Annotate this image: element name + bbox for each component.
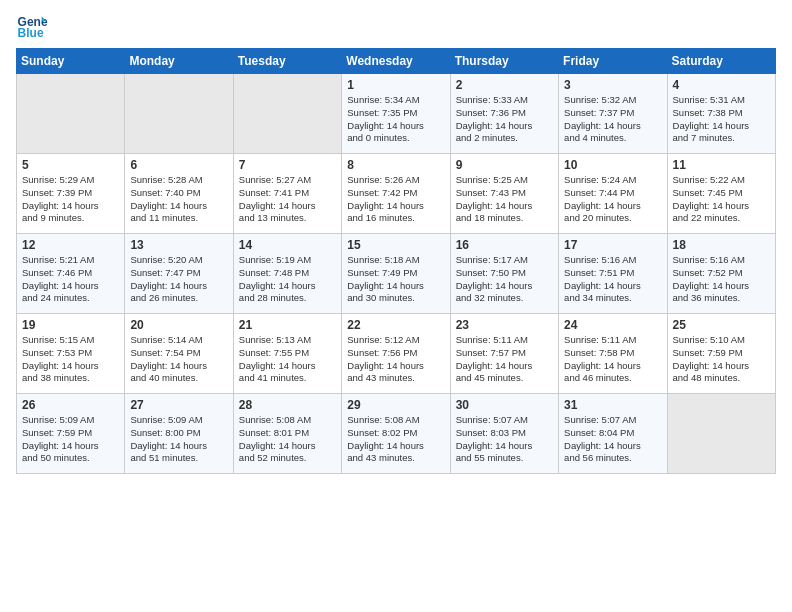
day-number: 28	[239, 398, 336, 412]
day-number: 20	[130, 318, 227, 332]
day-info: Sunrise: 5:13 AMSunset: 7:55 PMDaylight:…	[239, 334, 336, 385]
calendar-cell: 19Sunrise: 5:15 AMSunset: 7:53 PMDayligh…	[17, 314, 125, 394]
calendar-week-5: 26Sunrise: 5:09 AMSunset: 7:59 PMDayligh…	[17, 394, 776, 474]
day-number: 23	[456, 318, 553, 332]
day-info: Sunrise: 5:34 AMSunset: 7:35 PMDaylight:…	[347, 94, 444, 145]
day-number: 2	[456, 78, 553, 92]
day-number: 24	[564, 318, 661, 332]
calendar-cell: 10Sunrise: 5:24 AMSunset: 7:44 PMDayligh…	[559, 154, 667, 234]
day-info: Sunrise: 5:11 AMSunset: 7:57 PMDaylight:…	[456, 334, 553, 385]
day-number: 14	[239, 238, 336, 252]
calendar-cell: 31Sunrise: 5:07 AMSunset: 8:04 PMDayligh…	[559, 394, 667, 474]
weekday-header-wednesday: Wednesday	[342, 49, 450, 74]
day-number: 18	[673, 238, 770, 252]
day-number: 13	[130, 238, 227, 252]
day-number: 26	[22, 398, 119, 412]
calendar-cell: 16Sunrise: 5:17 AMSunset: 7:50 PMDayligh…	[450, 234, 558, 314]
day-info: Sunrise: 5:32 AMSunset: 7:37 PMDaylight:…	[564, 94, 661, 145]
day-number: 6	[130, 158, 227, 172]
weekday-header-thursday: Thursday	[450, 49, 558, 74]
day-number: 29	[347, 398, 444, 412]
day-number: 7	[239, 158, 336, 172]
day-number: 22	[347, 318, 444, 332]
day-info: Sunrise: 5:11 AMSunset: 7:58 PMDaylight:…	[564, 334, 661, 385]
day-info: Sunrise: 5:16 AMSunset: 7:52 PMDaylight:…	[673, 254, 770, 305]
day-number: 19	[22, 318, 119, 332]
weekday-header-row: SundayMondayTuesdayWednesdayThursdayFrid…	[17, 49, 776, 74]
calendar-cell: 5Sunrise: 5:29 AMSunset: 7:39 PMDaylight…	[17, 154, 125, 234]
day-number: 3	[564, 78, 661, 92]
svg-text:Blue: Blue	[18, 26, 44, 40]
calendar-cell: 14Sunrise: 5:19 AMSunset: 7:48 PMDayligh…	[233, 234, 341, 314]
calendar-body: 1Sunrise: 5:34 AMSunset: 7:35 PMDaylight…	[17, 74, 776, 474]
day-info: Sunrise: 5:33 AMSunset: 7:36 PMDaylight:…	[456, 94, 553, 145]
calendar-cell	[667, 394, 775, 474]
page-header: General Blue	[16, 10, 776, 42]
calendar-cell: 23Sunrise: 5:11 AMSunset: 7:57 PMDayligh…	[450, 314, 558, 394]
day-number: 12	[22, 238, 119, 252]
calendar-cell: 27Sunrise: 5:09 AMSunset: 8:00 PMDayligh…	[125, 394, 233, 474]
day-info: Sunrise: 5:14 AMSunset: 7:54 PMDaylight:…	[130, 334, 227, 385]
weekday-header-friday: Friday	[559, 49, 667, 74]
calendar-cell: 21Sunrise: 5:13 AMSunset: 7:55 PMDayligh…	[233, 314, 341, 394]
day-number: 1	[347, 78, 444, 92]
calendar-week-1: 1Sunrise: 5:34 AMSunset: 7:35 PMDaylight…	[17, 74, 776, 154]
calendar-cell: 20Sunrise: 5:14 AMSunset: 7:54 PMDayligh…	[125, 314, 233, 394]
day-info: Sunrise: 5:08 AMSunset: 8:02 PMDaylight:…	[347, 414, 444, 465]
day-info: Sunrise: 5:25 AMSunset: 7:43 PMDaylight:…	[456, 174, 553, 225]
calendar-cell: 7Sunrise: 5:27 AMSunset: 7:41 PMDaylight…	[233, 154, 341, 234]
day-info: Sunrise: 5:24 AMSunset: 7:44 PMDaylight:…	[564, 174, 661, 225]
calendar-header: SundayMondayTuesdayWednesdayThursdayFrid…	[17, 49, 776, 74]
day-info: Sunrise: 5:31 AMSunset: 7:38 PMDaylight:…	[673, 94, 770, 145]
day-info: Sunrise: 5:12 AMSunset: 7:56 PMDaylight:…	[347, 334, 444, 385]
day-number: 10	[564, 158, 661, 172]
day-info: Sunrise: 5:29 AMSunset: 7:39 PMDaylight:…	[22, 174, 119, 225]
day-number: 15	[347, 238, 444, 252]
calendar-cell: 13Sunrise: 5:20 AMSunset: 7:47 PMDayligh…	[125, 234, 233, 314]
day-number: 9	[456, 158, 553, 172]
day-number: 11	[673, 158, 770, 172]
day-number: 21	[239, 318, 336, 332]
day-info: Sunrise: 5:26 AMSunset: 7:42 PMDaylight:…	[347, 174, 444, 225]
day-number: 5	[22, 158, 119, 172]
day-number: 27	[130, 398, 227, 412]
calendar-cell: 3Sunrise: 5:32 AMSunset: 7:37 PMDaylight…	[559, 74, 667, 154]
day-info: Sunrise: 5:28 AMSunset: 7:40 PMDaylight:…	[130, 174, 227, 225]
day-info: Sunrise: 5:17 AMSunset: 7:50 PMDaylight:…	[456, 254, 553, 305]
calendar-cell	[17, 74, 125, 154]
day-info: Sunrise: 5:07 AMSunset: 8:03 PMDaylight:…	[456, 414, 553, 465]
day-number: 31	[564, 398, 661, 412]
calendar-cell	[125, 74, 233, 154]
day-number: 17	[564, 238, 661, 252]
day-info: Sunrise: 5:08 AMSunset: 8:01 PMDaylight:…	[239, 414, 336, 465]
calendar-cell: 29Sunrise: 5:08 AMSunset: 8:02 PMDayligh…	[342, 394, 450, 474]
calendar-cell: 24Sunrise: 5:11 AMSunset: 7:58 PMDayligh…	[559, 314, 667, 394]
day-number: 8	[347, 158, 444, 172]
weekday-header-sunday: Sunday	[17, 49, 125, 74]
day-info: Sunrise: 5:21 AMSunset: 7:46 PMDaylight:…	[22, 254, 119, 305]
calendar-cell: 18Sunrise: 5:16 AMSunset: 7:52 PMDayligh…	[667, 234, 775, 314]
calendar-cell: 26Sunrise: 5:09 AMSunset: 7:59 PMDayligh…	[17, 394, 125, 474]
day-info: Sunrise: 5:16 AMSunset: 7:51 PMDaylight:…	[564, 254, 661, 305]
logo-icon: General Blue	[16, 10, 48, 42]
calendar-cell: 4Sunrise: 5:31 AMSunset: 7:38 PMDaylight…	[667, 74, 775, 154]
day-info: Sunrise: 5:09 AMSunset: 8:00 PMDaylight:…	[130, 414, 227, 465]
calendar-table: SundayMondayTuesdayWednesdayThursdayFrid…	[16, 48, 776, 474]
calendar-cell: 2Sunrise: 5:33 AMSunset: 7:36 PMDaylight…	[450, 74, 558, 154]
day-number: 25	[673, 318, 770, 332]
day-info: Sunrise: 5:07 AMSunset: 8:04 PMDaylight:…	[564, 414, 661, 465]
day-info: Sunrise: 5:09 AMSunset: 7:59 PMDaylight:…	[22, 414, 119, 465]
day-info: Sunrise: 5:19 AMSunset: 7:48 PMDaylight:…	[239, 254, 336, 305]
weekday-header-saturday: Saturday	[667, 49, 775, 74]
day-number: 30	[456, 398, 553, 412]
day-info: Sunrise: 5:22 AMSunset: 7:45 PMDaylight:…	[673, 174, 770, 225]
calendar-week-4: 19Sunrise: 5:15 AMSunset: 7:53 PMDayligh…	[17, 314, 776, 394]
calendar-cell	[233, 74, 341, 154]
calendar-cell: 6Sunrise: 5:28 AMSunset: 7:40 PMDaylight…	[125, 154, 233, 234]
day-info: Sunrise: 5:27 AMSunset: 7:41 PMDaylight:…	[239, 174, 336, 225]
logo: General Blue	[16, 10, 52, 42]
calendar-cell: 1Sunrise: 5:34 AMSunset: 7:35 PMDaylight…	[342, 74, 450, 154]
calendar-cell: 8Sunrise: 5:26 AMSunset: 7:42 PMDaylight…	[342, 154, 450, 234]
calendar-cell: 15Sunrise: 5:18 AMSunset: 7:49 PMDayligh…	[342, 234, 450, 314]
calendar-cell: 25Sunrise: 5:10 AMSunset: 7:59 PMDayligh…	[667, 314, 775, 394]
